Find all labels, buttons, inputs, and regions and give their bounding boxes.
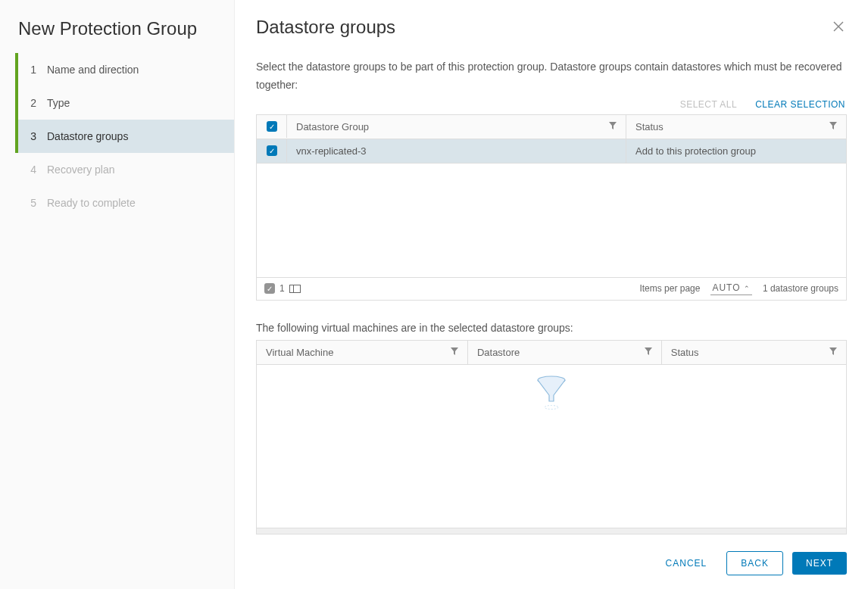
filter-icon[interactable] [829,347,837,357]
row-status: Add to this protection group [635,145,756,157]
total-count-label: 1 datastore groups [763,283,838,294]
col-vm-header: Virtual Machine [266,347,333,358]
wizard-step-recovery-plan: 4 Recovery plan [15,153,234,186]
row-checkbox[interactable]: ✓ [267,145,277,156]
items-per-page-select[interactable]: AUTO ⌃ [710,282,751,295]
select-all-link: SELECT ALL [680,99,738,110]
col-status-header: Status [671,347,699,358]
table-row[interactable]: ✓ vnx-replicated-3 Add to this protectio… [257,139,846,164]
filter-icon[interactable] [451,347,458,357]
step-number: 4 [24,164,36,176]
page-title: Datastore groups [256,17,395,38]
step-label: Ready to complete [47,197,136,209]
col-datastore-header: Datastore [477,347,520,358]
next-button[interactable]: NEXT [792,552,847,575]
back-button[interactable]: BACK [726,551,783,575]
filter-icon[interactable] [645,347,652,357]
items-per-page-label: Items per page [639,283,700,294]
row-datastore-name: vnx-replicated-3 [296,145,367,157]
description-text: Select the datastore groups to be part o… [256,58,847,95]
filter-icon[interactable] [609,122,617,131]
chevron-up-icon: ⌃ [744,285,751,292]
step-label: Name and direction [47,64,139,76]
columns-icon[interactable] [289,285,301,293]
wizard-step-ready: 5 Ready to complete [15,186,234,220]
svg-point-3 [545,405,558,409]
datastore-groups-table: ✓ Datastore Group Status ✓ [256,114,847,301]
step-number: 3 [24,130,36,142]
wizard-step-type[interactable]: 2 Type [15,86,234,120]
col-datastore-group-header: Datastore Group [296,121,369,132]
col-status-header: Status [635,121,663,132]
virtual-machines-table: Virtual Machine Datastore Status [256,340,847,534]
wizard-step-name-direction[interactable]: 1 Name and direction [15,53,234,86]
step-number: 5 [24,197,36,209]
vm-description-text: The following virtual machines are in th… [256,322,847,334]
step-label: Type [47,97,70,109]
wizard-sidebar: New Protection Group 1 Name and directio… [0,0,235,589]
footer-checkbox[interactable]: ✓ [264,283,275,294]
step-number: 1 [24,64,36,76]
step-label: Datastore groups [47,130,128,142]
close-icon[interactable] [830,17,847,39]
step-label: Recovery plan [47,164,115,176]
step-number: 2 [24,97,36,109]
wizard-title: New Protection Group [0,0,234,53]
funnel-empty-icon [536,376,567,409]
selected-count: 1 [279,283,285,294]
wizard-step-datastore-groups[interactable]: 3 Datastore groups [15,120,234,153]
filter-icon[interactable] [829,122,837,131]
select-all-checkbox[interactable]: ✓ [267,121,277,132]
cancel-button[interactable]: CANCEL [655,552,718,575]
clear-selection-link[interactable]: CLEAR SELECTION [755,99,845,110]
